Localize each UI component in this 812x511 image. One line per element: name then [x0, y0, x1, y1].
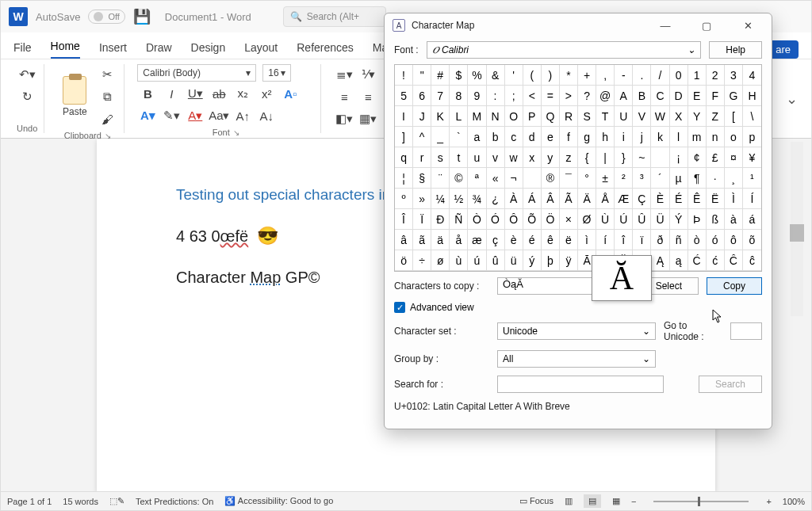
char-cell[interactable]: µ — [670, 168, 688, 189]
char-cell[interactable]: ½ — [450, 189, 468, 209]
minimize-button[interactable]: — — [649, 16, 681, 35]
char-cell[interactable]: Z — [707, 106, 725, 127]
char-cell[interactable]: I — [395, 106, 413, 127]
read-mode-icon[interactable]: ▥ — [565, 496, 573, 506]
char-cell[interactable]: ð — [651, 230, 669, 250]
char-cell[interactable]: 7 — [431, 86, 450, 106]
char-cell[interactable]: Ð — [431, 209, 450, 230]
zoom-slider[interactable] — [653, 501, 749, 502]
word-count[interactable]: 15 words — [63, 497, 98, 506]
char-cell[interactable]: V — [633, 106, 651, 127]
scroll-thumb[interactable] — [790, 224, 804, 242]
char-cell[interactable]: Ò — [468, 209, 486, 230]
char-cell[interactable]: ã — [413, 230, 431, 250]
char-cell[interactable]: ¨ — [431, 168, 450, 189]
text-effects-button[interactable]: A▫ — [280, 83, 301, 104]
borders-button[interactable]: ▦▾ — [358, 109, 378, 129]
char-cell[interactable]: Ü — [651, 209, 669, 230]
char-cell[interactable]: ÷ — [413, 250, 431, 271]
char-cell[interactable]: Æ — [615, 189, 633, 209]
shading-button[interactable]: ◧▾ — [334, 109, 354, 129]
char-cell[interactable]: + — [578, 65, 596, 86]
autosave-toggle[interactable]: Off — [88, 10, 124, 24]
copy-button[interactable]: ⧉ — [97, 86, 117, 107]
char-cell[interactable]: ¿ — [487, 189, 505, 209]
char-cell[interactable]: ø — [431, 250, 450, 271]
char-cell[interactable]: Ą — [651, 250, 669, 271]
char-cell[interactable]: ~ — [633, 147, 651, 168]
char-cell[interactable]: © — [450, 168, 468, 189]
char-cell[interactable]: H — [743, 86, 761, 106]
char-cell[interactable]: A — [615, 86, 633, 106]
char-cell[interactable]: ) — [542, 65, 560, 86]
shrink-font-button[interactable]: A↓ — [256, 105, 277, 126]
font-launcher-icon[interactable]: ↘ — [233, 128, 239, 137]
char-cell[interactable]: g — [578, 127, 596, 147]
char-cell[interactable]: - — [615, 65, 633, 86]
grow-font-button[interactable]: A↑ — [232, 105, 253, 126]
charmap-title-bar[interactable]: A Character Map — ▢ ✕ — [385, 13, 772, 37]
web-layout-icon[interactable]: ▦ — [612, 496, 620, 506]
align-center-button[interactable]: ≡ — [358, 86, 378, 107]
char-cell[interactable]: Ö — [542, 209, 560, 230]
char-cell[interactable]: = — [542, 86, 560, 106]
char-cell[interactable]: D — [670, 86, 688, 106]
highlight-button[interactable]: ✎▾ — [161, 105, 182, 126]
char-cell[interactable]: l — [670, 127, 688, 147]
char-cell[interactable]: Â — [542, 189, 560, 209]
char-cell[interactable]: » — [413, 189, 431, 209]
zoom-in-button[interactable]: + — [766, 497, 771, 506]
paste-button[interactable]: Paste — [57, 76, 92, 117]
char-cell[interactable]: 4 — [743, 65, 761, 86]
char-cell[interactable]: ß — [707, 209, 725, 230]
char-cell[interactable]: è — [505, 230, 523, 250]
text-predictions[interactable]: Text Predictions: On — [136, 497, 213, 506]
char-cell[interactable]: º — [395, 189, 413, 209]
goto-unicode-input[interactable] — [730, 322, 762, 340]
font-name-select[interactable]: Calibri (Body)▾ — [137, 64, 256, 82]
char-cell[interactable]: # — [431, 65, 450, 86]
char-cell[interactable]: i — [615, 127, 633, 147]
char-cell[interactable]: ^ — [413, 127, 431, 147]
help-button[interactable]: Help — [709, 41, 762, 59]
char-cell[interactable]: E — [688, 86, 707, 106]
char-cell[interactable]: & — [487, 65, 505, 86]
char-cell[interactable]: ÿ — [560, 250, 578, 271]
char-cell[interactable]: N — [487, 106, 505, 127]
char-cell[interactable]: Õ — [523, 209, 542, 230]
char-cell[interactable]: y — [542, 147, 560, 168]
close-button[interactable]: ✕ — [732, 16, 764, 35]
char-cell[interactable]: ( — [523, 65, 542, 86]
char-cell[interactable]: î — [615, 230, 633, 250]
char-cell[interactable]: Û — [633, 209, 651, 230]
char-cell[interactable]: [ — [725, 106, 743, 127]
char-cell[interactable]: | — [596, 147, 615, 168]
char-cell[interactable]: B — [633, 86, 651, 106]
char-cell[interactable]: b — [487, 127, 505, 147]
char-cell[interactable]: À — [505, 189, 523, 209]
char-cell[interactable]: × — [560, 209, 578, 230]
char-cell[interactable]: ¦ — [395, 168, 413, 189]
char-cell[interactable]: Y — [688, 106, 707, 127]
char-cell[interactable]: / — [651, 65, 669, 86]
char-cell[interactable]: 5 — [395, 86, 413, 106]
char-cell[interactable]: Í — [743, 189, 761, 209]
char-cell[interactable]: ć — [707, 250, 725, 271]
change-case-button[interactable]: Aa▾ — [209, 105, 229, 126]
char-cell[interactable]: , — [596, 65, 615, 86]
zoom-level[interactable]: 100% — [783, 497, 805, 506]
char-cell[interactable]: O — [505, 106, 523, 127]
char-cell[interactable]: ä — [431, 230, 450, 250]
font-size-select[interactable]: 16▾ — [262, 64, 291, 82]
char-cell[interactable]: d — [523, 127, 542, 147]
char-cell[interactable]: u — [468, 147, 486, 168]
char-cell[interactable]: ó — [707, 230, 725, 250]
save-icon[interactable]: 💾 — [133, 8, 151, 25]
char-cell[interactable]: ë — [560, 230, 578, 250]
char-cell[interactable]: å — [450, 230, 468, 250]
char-cell[interactable]: ¥ — [743, 147, 761, 168]
charset-select[interactable]: Unicode⌄ — [497, 322, 656, 340]
char-cell[interactable]: 8 — [450, 86, 468, 106]
char-cell[interactable]: p — [743, 127, 761, 147]
copy-button[interactable]: Copy — [707, 277, 762, 295]
